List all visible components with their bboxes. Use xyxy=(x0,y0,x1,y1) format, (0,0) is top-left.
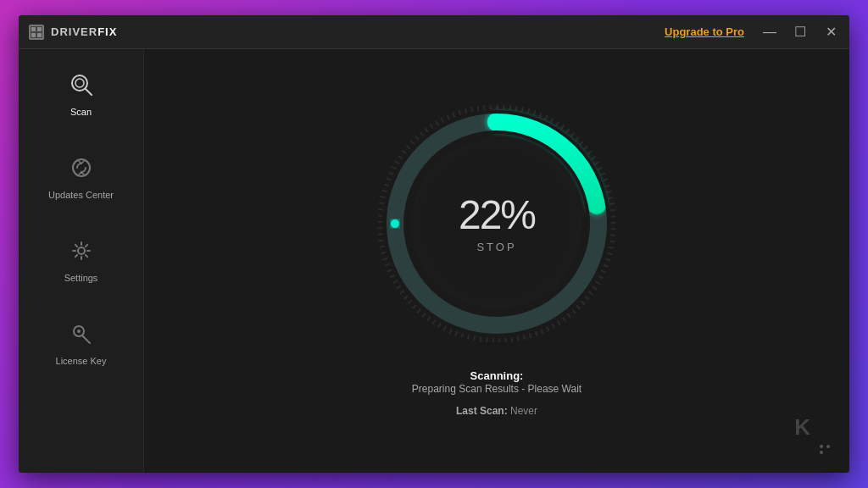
scanning-detail: Preparing Scan Results - Please Wait xyxy=(412,383,581,395)
sidebar-settings-label: Settings xyxy=(64,273,98,283)
close-button[interactable]: ✕ xyxy=(822,25,839,39)
title-bar-left: DRIVERFIX xyxy=(29,25,117,40)
sidebar-license-label: License Key xyxy=(56,356,107,366)
k-dot-1 xyxy=(820,445,823,448)
sidebar-scan-label: Scan xyxy=(70,107,92,117)
scanning-status-line: Scanning: xyxy=(412,368,581,383)
maximize-button[interactable]: ☐ xyxy=(792,25,809,39)
app-title: DRIVERFIX xyxy=(51,25,117,38)
svg-rect-1 xyxy=(37,27,42,31)
sidebar-item-scan[interactable]: Scan xyxy=(19,66,143,124)
upgrade-button[interactable]: Upgrade to Pro xyxy=(665,25,744,38)
svg-line-5 xyxy=(86,89,92,95)
title-bar-right: Upgrade to Pro — ☐ ✕ xyxy=(665,25,839,39)
content-area: 22% STOP Scanning: Preparing Scan Result… xyxy=(144,49,849,473)
k-dot-2 xyxy=(826,445,830,448)
sidebar-updates-label: Updates Center xyxy=(48,190,114,200)
window-controls: — ☐ ✕ xyxy=(761,25,839,39)
k-dot-3 xyxy=(820,451,823,454)
minimize-button[interactable]: — xyxy=(761,25,778,39)
scan-icon xyxy=(70,73,93,100)
svg-point-10 xyxy=(77,330,81,333)
title-bar: DRIVERFIX Upgrade to Pro — ☐ ✕ xyxy=(19,15,849,49)
stop-button[interactable]: STOP xyxy=(476,241,516,253)
last-scan: Last Scan: Never xyxy=(412,405,581,417)
last-scan-value: Never xyxy=(510,405,537,417)
svg-point-7 xyxy=(73,159,90,176)
svg-point-6 xyxy=(75,79,84,87)
k-branding: K xyxy=(808,445,831,458)
main-content: Scan Updates Center xyxy=(19,49,849,473)
sidebar-item-settings[interactable]: Settings xyxy=(19,232,143,290)
svg-line-11 xyxy=(82,336,90,344)
updates-icon xyxy=(70,156,93,183)
progress-inner: 22% STOP xyxy=(412,139,581,308)
k-dots xyxy=(820,445,831,454)
app-window: DRIVERFIX Upgrade to Pro — ☐ ✕ xyxy=(19,15,849,473)
progress-container: 22% STOP xyxy=(378,105,615,342)
settings-icon xyxy=(70,239,93,266)
status-section: Scanning: Preparing Scan Results - Pleas… xyxy=(412,368,581,417)
svg-rect-3 xyxy=(37,33,42,37)
last-scan-label: Last Scan: xyxy=(456,405,508,417)
sidebar: Scan Updates Center xyxy=(19,49,144,473)
app-logo-icon xyxy=(29,25,44,40)
scanning-label: Scanning: xyxy=(470,369,524,382)
svg-rect-0 xyxy=(31,27,36,31)
license-icon xyxy=(70,322,93,349)
k-logo-text: K xyxy=(794,414,810,441)
sidebar-item-updates[interactable]: Updates Center xyxy=(19,149,143,207)
svg-rect-2 xyxy=(31,33,36,37)
progress-percent: 22% xyxy=(459,195,535,236)
svg-point-17 xyxy=(391,219,399,228)
sidebar-item-license[interactable]: License Key xyxy=(19,315,143,373)
svg-point-8 xyxy=(78,247,85,254)
